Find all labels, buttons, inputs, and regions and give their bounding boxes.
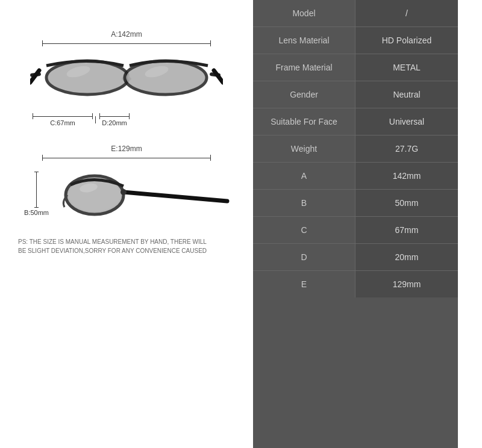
top-diagram: A:142mm bbox=[18, 30, 235, 126]
spec-row: Frame Material METAL bbox=[253, 54, 458, 81]
ps-note: PS: THE SIZE IS MANUAL MEASUREMENT BY HA… bbox=[18, 237, 211, 255]
svg-line-14 bbox=[124, 192, 227, 201]
spec-row: Suitable For Face Universal bbox=[253, 108, 458, 135]
right-panel: Model / Lens Material HD Polarized Frame… bbox=[253, 0, 458, 448]
measurement-e-label: E:129mm bbox=[111, 145, 142, 153]
spec-row: Weight 27.7G bbox=[253, 135, 458, 163]
spec-value: 67mm bbox=[355, 217, 458, 243]
spec-value: 129mm bbox=[355, 271, 458, 297]
spec-row: A 142mm bbox=[253, 163, 458, 190]
spec-label: Frame Material bbox=[253, 54, 355, 81]
spec-row: E 129mm bbox=[253, 271, 458, 297]
spec-label: B bbox=[253, 190, 355, 216]
spec-value: Neutral bbox=[355, 81, 458, 108]
spec-label: C bbox=[253, 217, 355, 243]
spec-value: / bbox=[355, 0, 458, 26]
spec-label: Weight bbox=[253, 135, 355, 162]
measurement-d-label: D:20mm bbox=[102, 119, 127, 126]
spec-value: 50mm bbox=[355, 190, 458, 216]
spec-label: D bbox=[253, 244, 355, 270]
bottom-diagram: E:129mm B:50mm bbox=[18, 145, 235, 255]
spec-value: 142mm bbox=[355, 163, 458, 189]
spec-row: Gender Neutral bbox=[253, 81, 458, 108]
spec-table: Model / Lens Material HD Polarized Frame… bbox=[253, 0, 458, 297]
spec-row: D 20mm bbox=[253, 244, 458, 271]
left-panel: A:142mm bbox=[0, 0, 253, 448]
glasses-side-image bbox=[52, 162, 233, 225]
spec-value: HD Polarized bbox=[355, 27, 458, 54]
main-container: A:142mm bbox=[0, 0, 482, 448]
measurement-a-label: A:142mm bbox=[111, 30, 142, 39]
spec-row: Model / bbox=[253, 0, 458, 27]
svg-point-15 bbox=[120, 189, 127, 195]
spec-label: Gender bbox=[253, 81, 355, 108]
spec-value: METAL bbox=[355, 54, 458, 81]
spec-label: Model bbox=[253, 0, 355, 26]
spec-value: 20mm bbox=[355, 244, 458, 270]
measurement-b-label: B:50mm bbox=[24, 209, 49, 216]
spec-row: C 67mm bbox=[253, 217, 458, 244]
measurement-c-label: C:67mm bbox=[50, 119, 75, 126]
spec-row: B 50mm bbox=[253, 190, 458, 217]
spec-label: A bbox=[253, 163, 355, 189]
spec-value: Universal bbox=[355, 108, 458, 135]
spec-value: 27.7G bbox=[355, 135, 458, 162]
spec-label: Suitable For Face bbox=[253, 108, 355, 135]
spec-row: Lens Material HD Polarized bbox=[253, 27, 458, 54]
glasses-front-image bbox=[30, 48, 223, 111]
spec-label: E bbox=[253, 271, 355, 297]
spec-label: Lens Material bbox=[253, 27, 355, 54]
